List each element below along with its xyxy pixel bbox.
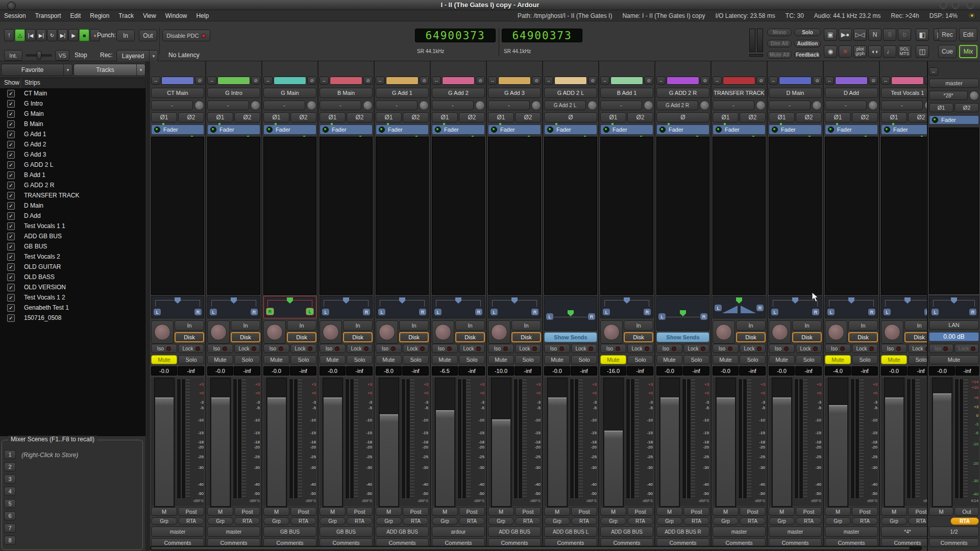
processor-active-led[interactable] <box>932 117 938 123</box>
strip-visible-checkbox[interactable]: ✓ <box>7 253 15 261</box>
hide-strip-icon[interactable]: ⊘ <box>251 77 260 85</box>
peak-display[interactable]: -inf <box>955 366 979 375</box>
list-item[interactable]: ✓B Main <box>0 119 145 129</box>
trim-knob[interactable] <box>700 101 709 110</box>
output-port-button[interactable]: LAN <box>929 320 979 330</box>
fader-processor[interactable]: Fader <box>544 124 597 135</box>
input-selector[interactable]: - <box>769 101 811 110</box>
plot-graph-button[interactable]: plot grph <box>853 45 867 58</box>
fader-lock-button[interactable]: Lock <box>178 344 204 353</box>
solo-button[interactable]: Solo <box>683 355 709 364</box>
menu-region[interactable]: Region <box>90 12 109 19</box>
trim-knob[interactable] <box>969 91 979 101</box>
solo-iso-button[interactable]: Iso <box>432 344 458 353</box>
vari-speed-button[interactable]: VS <box>55 50 69 61</box>
fader-lock-button[interactable]: Lock <box>627 344 653 353</box>
primary-clock[interactable]: 64900373 <box>415 29 496 42</box>
mono-button[interactable]: M <box>881 507 907 516</box>
group-button[interactable]: Grp <box>656 517 682 525</box>
processor-box[interactable] <box>713 137 766 295</box>
rta-button[interactable]: RTA <box>234 517 260 525</box>
input-selector[interactable]: - <box>881 101 923 110</box>
mixer-scene-button-2[interactable]: 2 <box>4 462 16 471</box>
strip-color-bar[interactable] <box>161 77 194 85</box>
fader-lock-button[interactable]: Lock <box>290 344 316 353</box>
metering-point-button[interactable]: Post <box>908 507 927 516</box>
hide-strip-icon[interactable]: ⊘ <box>700 77 709 85</box>
monitor-solo-button[interactable]: Solo <box>794 29 821 36</box>
phase-button[interactable]: Ø1 <box>376 112 402 122</box>
processor-box[interactable] <box>376 137 429 295</box>
strip-color-bar[interactable] <box>498 77 531 85</box>
fader-processor[interactable]: Fader <box>151 124 204 135</box>
strip-visible-checkbox[interactable]: ✓ <box>7 273 15 281</box>
gain-display[interactable]: -0.0 <box>656 366 682 375</box>
hide-strip-icon[interactable]: ⊘ <box>307 77 316 85</box>
trim-big-knob[interactable] <box>435 324 451 340</box>
phase-button[interactable]: Ø1 <box>600 112 626 122</box>
output-button[interactable]: *4* <box>881 527 927 537</box>
processor-box[interactable] <box>881 137 927 295</box>
monitor-audition-button[interactable]: Audition <box>794 40 821 47</box>
metering-point-button[interactable]: Post <box>178 507 204 516</box>
disk-button[interactable]: Disk <box>624 332 653 342</box>
processor-active-led[interactable] <box>716 127 722 133</box>
input-button[interactable]: In <box>231 320 260 331</box>
solo-iso-button[interactable]: Iso <box>207 344 233 353</box>
phase-button[interactable]: Ø2 <box>234 112 260 122</box>
list-item[interactable]: ✓150716_0508 <box>0 313 145 323</box>
fader-lock-button[interactable]: Lock <box>908 344 927 353</box>
processor-box[interactable] <box>929 128 979 294</box>
processor-active-led[interactable] <box>323 127 329 133</box>
fader-processor[interactable]: Fader <box>488 124 541 135</box>
pan-widget[interactable]: RL <box>263 296 316 318</box>
solo-button[interactable]: Solo <box>852 355 878 364</box>
input-selector[interactable]: - <box>151 101 193 110</box>
narrow-wide-icon[interactable]: ↔ <box>929 67 938 76</box>
mixer-scene-button-3[interactable]: 3 <box>4 474 16 484</box>
phase-button[interactable]: Ø1 <box>881 112 907 122</box>
input-selector[interactable]: - <box>488 101 530 110</box>
list-item[interactable]: ✓G ADD 2 R <box>0 180 145 190</box>
peak-display[interactable]: -inf <box>346 366 373 375</box>
metering-point-button[interactable]: Post <box>515 507 541 516</box>
fader-processor[interactable]: Fader <box>929 115 979 124</box>
sync-source-button[interactable]: Int. <box>4 50 22 61</box>
pan-handle[interactable] <box>568 310 574 316</box>
hide-strip-icon[interactable]: ⊘ <box>756 77 766 85</box>
solo-iso-button[interactable]: Iso <box>929 344 953 353</box>
phase-button[interactable]: Ø1 <box>207 112 233 122</box>
shuttle-thumb[interactable] <box>37 51 41 60</box>
gain-display[interactable]: -0.0 <box>881 366 907 375</box>
strip-visible-checkbox[interactable]: ✓ <box>7 182 15 189</box>
master-gain-display[interactable]: 0.00 dB <box>929 332 979 341</box>
mono-button[interactable]: M <box>376 507 402 516</box>
mono-button[interactable]: M <box>207 507 233 516</box>
trim-knob[interactable] <box>194 101 204 110</box>
strip-name-button[interactable]: G ADD 2 L <box>544 88 597 98</box>
disk-button[interactable]: Disk <box>343 332 373 342</box>
mixer-scene-button-1[interactable]: 1 <box>4 450 16 459</box>
gain-display[interactable]: -0.0 <box>769 366 795 375</box>
trim-knob[interactable] <box>363 101 373 110</box>
pan-widget[interactable]: LR <box>488 296 541 318</box>
processor-box[interactable] <box>320 137 373 295</box>
menu-track[interactable]: Track <box>118 12 134 19</box>
metering-point-button[interactable]: Post <box>571 507 597 516</box>
mute-button[interactable]: Mute <box>713 355 739 364</box>
strip-visible-checkbox[interactable]: ✓ <box>7 192 15 199</box>
solo-button[interactable]: Solo <box>571 355 597 364</box>
pan-widget[interactable]: LR <box>929 296 979 318</box>
metronome-button[interactable]: △ <box>15 29 25 41</box>
phase-button[interactable]: Ø1 <box>151 112 177 122</box>
strip-visible-checkbox[interactable]: ✓ <box>7 120 15 128</box>
list-item[interactable]: ✓D Add <box>0 211 145 221</box>
input-button[interactable]: In <box>904 320 927 331</box>
peak-display[interactable]: -inf <box>739 366 766 375</box>
phase-button[interactable]: Ø1 <box>929 103 953 112</box>
fader-lock-button[interactable]: Lock <box>796 344 822 353</box>
trim-knob[interactable] <box>419 101 429 110</box>
list-item[interactable]: ✓G Intro <box>0 98 145 109</box>
fader-lock-button[interactable]: Lock <box>740 344 766 353</box>
processor-active-led[interactable] <box>379 127 385 133</box>
